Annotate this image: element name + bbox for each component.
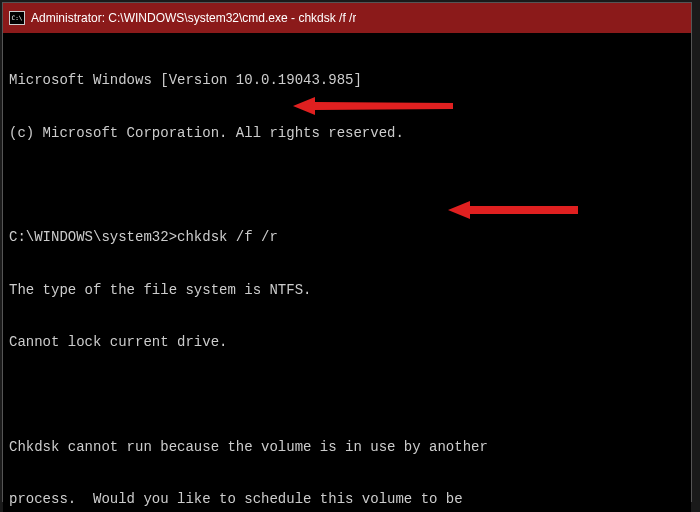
output-line: Microsoft Windows [Version 10.0.19043.98…	[9, 72, 685, 90]
cmd-icon	[9, 11, 25, 25]
output-line: (c) Microsoft Corporation. All rights re…	[9, 125, 685, 143]
terminal-body[interactable]: Microsoft Windows [Version 10.0.19043.98…	[3, 33, 691, 512]
output-line: process. Would you like to schedule this…	[9, 491, 685, 509]
typed-command: chkdsk /f /r	[177, 229, 278, 245]
window-title: Administrator: C:\WINDOWS\system32\cmd.e…	[31, 11, 356, 25]
output-line: The type of the file system is NTFS.	[9, 282, 685, 300]
blank-line	[9, 387, 685, 404]
titlebar[interactable]: Administrator: C:\WINDOWS\system32\cmd.e…	[3, 3, 691, 33]
output-line: Cannot lock current drive.	[9, 334, 685, 352]
svg-marker-1	[448, 201, 578, 219]
annotation-arrow-icon	[448, 200, 578, 220]
blank-line	[9, 177, 685, 194]
prompt-line: C:\WINDOWS\system32>chkdsk /f /r	[9, 229, 685, 247]
prompt-path: C:\WINDOWS\system32>	[9, 229, 177, 245]
annotation-arrow-icon	[293, 96, 453, 116]
output-line: Chkdsk cannot run because the volume is …	[9, 439, 685, 457]
cmd-window: Administrator: C:\WINDOWS\system32\cmd.e…	[2, 2, 692, 502]
svg-marker-0	[293, 97, 453, 115]
